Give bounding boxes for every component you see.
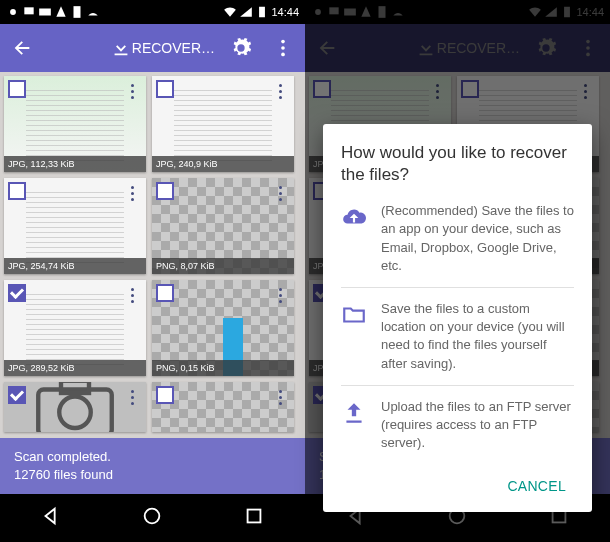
svg-point-8 <box>59 397 91 429</box>
tile-checkbox[interactable] <box>8 386 26 404</box>
svg-rect-2 <box>74 6 81 18</box>
dialog-title: How would you like to recover the files? <box>341 142 574 186</box>
option-text: Upload the files to an FTP server (requi… <box>381 398 574 453</box>
signal-icon <box>239 5 253 19</box>
recover-option[interactable]: Upload the files to an FTP server (requi… <box>341 385 574 465</box>
option-text: (Recommended) Save the files to an app o… <box>381 202 574 275</box>
status-icons-left <box>6 5 116 19</box>
svg-rect-3 <box>260 7 266 18</box>
svg-point-0 <box>10 9 16 15</box>
tile-checkbox[interactable] <box>8 182 26 200</box>
tile-label: JPG, 289,52 KiB <box>4 360 146 376</box>
tile-checkbox[interactable] <box>8 284 26 302</box>
tile-label: JPG, 112,33 KiB <box>4 156 146 172</box>
tile-menu[interactable] <box>272 284 288 306</box>
tile-checkbox[interactable] <box>8 80 26 98</box>
tile-menu[interactable] <box>272 386 288 408</box>
cloud-upload-icon <box>341 202 367 275</box>
recover-button[interactable]: RECOVER… <box>110 37 215 59</box>
recover-dialog: How would you like to recover the files?… <box>323 124 592 512</box>
file-tile[interactable]: PNG, 0,15 KiB <box>152 280 294 376</box>
settings-button[interactable] <box>225 28 257 68</box>
svg-point-10 <box>145 509 160 524</box>
svg-point-5 <box>281 46 285 50</box>
recover-label: RECOVER… <box>132 40 215 56</box>
status-line2: 12760 files found <box>14 466 291 484</box>
tile-label: JPG, 240,9 KiB <box>152 156 294 172</box>
option-text: Save the files to a custom location on y… <box>381 300 574 373</box>
overflow-button[interactable] <box>267 28 299 68</box>
file-tile[interactable] <box>4 382 146 432</box>
file-tile[interactable]: PNG, 8,07 KiB <box>152 178 294 274</box>
screen-left: 14:44 RECOVER… JPG, 112,33 KiBJPG, 240,9… <box>0 0 305 542</box>
tile-menu[interactable] <box>124 182 140 204</box>
screen-right: 14:44 RECOVER… JPG, 112,33 KiBJPG, 240,9… <box>305 0 610 542</box>
tile-menu[interactable] <box>124 386 140 408</box>
status-icons-right: 14:44 <box>223 5 299 19</box>
file-tile[interactable] <box>152 382 294 432</box>
download-icon <box>110 37 132 59</box>
file-tile[interactable]: JPG, 112,33 KiB <box>4 76 146 172</box>
tile-checkbox[interactable] <box>156 80 174 98</box>
tile-menu[interactable] <box>272 182 288 204</box>
status-line1: Scan completed. <box>14 448 291 466</box>
scan-status: Scan completed. 12760 files found <box>0 438 305 494</box>
folder-icon <box>341 300 367 373</box>
gear-icon <box>230 37 252 59</box>
tile-label: PNG, 0,15 KiB <box>152 360 294 376</box>
battery-icon <box>255 5 269 19</box>
upload-icon <box>341 398 367 453</box>
tile-menu[interactable] <box>124 80 140 102</box>
tile-menu[interactable] <box>124 284 140 306</box>
nav-recent[interactable] <box>243 505 265 531</box>
app-toolbar: RECOVER… <box>0 24 305 72</box>
cancel-button[interactable]: CANCEL <box>499 472 574 500</box>
status-bar: 14:44 <box>0 0 305 24</box>
nav-home[interactable] <box>141 505 163 531</box>
tile-checkbox[interactable] <box>156 182 174 200</box>
tile-label: JPG, 254,74 KiB <box>4 258 146 274</box>
svg-point-4 <box>281 40 285 44</box>
more-vert-icon <box>272 37 294 59</box>
back-button[interactable] <box>6 28 38 68</box>
file-tile[interactable]: JPG, 240,9 KiB <box>152 76 294 172</box>
android-navbar <box>0 494 305 542</box>
svg-point-6 <box>281 53 285 57</box>
recover-option[interactable]: Save the files to a custom location on y… <box>341 287 574 385</box>
svg-rect-11 <box>248 510 261 523</box>
file-tile[interactable]: JPG, 254,74 KiB <box>4 178 146 274</box>
recover-option[interactable]: (Recommended) Save the files to an app o… <box>341 198 574 287</box>
clock: 14:44 <box>271 6 299 18</box>
tile-checkbox[interactable] <box>156 284 174 302</box>
wifi-icon <box>223 5 237 19</box>
nav-back[interactable] <box>40 505 62 531</box>
tile-label: PNG, 8,07 KiB <box>152 258 294 274</box>
file-tile[interactable]: JPG, 289,52 KiB <box>4 280 146 376</box>
svg-rect-1 <box>24 7 33 14</box>
tile-checkbox[interactable] <box>156 386 174 404</box>
tile-menu[interactable] <box>272 80 288 102</box>
